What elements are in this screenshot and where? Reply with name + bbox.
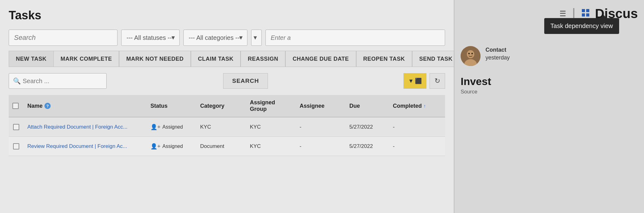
status-select-wrapper: --- All statuses --- ▼ [121,30,180,46]
row2-status-badge: 👤+ Assigned [150,143,193,150]
table-search-input[interactable] [9,73,107,89]
reopen-task-button[interactable]: REOPEN TASK [356,51,412,67]
invest-title: Invest [461,75,638,88]
table-row: Attach Required Document | Foreign Acc..… [9,117,445,137]
table-row: Review Required Document | Foreign Ac...… [9,137,445,156]
row1-status-badge: 👤+ Assigned [150,124,193,130]
th-completed-label: Completed [393,103,422,109]
search-icon: 🔍 [13,77,21,85]
filter-button[interactable]: ▼ ⬛ [403,73,426,89]
row1-name: Attach Required Document | Foreign Acc..… [24,124,147,130]
search-input[interactable] [9,30,117,46]
send-task-button[interactable]: SEND TASK [412,51,460,67]
row2-name: Review Required Document | Foreign Ac... [24,143,147,149]
grid-view-icon[interactable] [581,8,590,19]
contact-info: Contact yesterday [485,46,510,62]
status-select[interactable]: --- All statuses --- [121,30,180,46]
mark-not-needed-button[interactable]: MARK NOT NEEDED [119,51,191,67]
row1-completed: - [389,124,445,130]
row2-due: 5/27/2022 [346,143,389,149]
row1-assignee: - [296,124,346,130]
category-select-wrapper: --- All categories --- ▼ [183,30,247,46]
th-assigned-group: AssignedGroup [246,99,296,112]
header-divider [573,8,574,19]
row1-status-text: Assigned [163,124,183,130]
row1-assigned-group: KYC [246,124,296,130]
svg-point-5 [467,50,474,58]
svg-rect-2 [582,13,585,17]
table-search-wrapper: 🔍 [9,73,220,89]
category-select[interactable]: --- All categories --- [183,30,247,46]
th-assignee: Assignee [296,99,346,112]
avatar [461,46,481,66]
row2-assigned-group: KYC [246,143,296,149]
list-view-icon[interactable]: ☰ [559,9,566,18]
invest-sub: Source [461,89,638,95]
refresh-button[interactable]: ↻ [430,73,445,89]
invest-section: Invest Source [461,75,638,95]
th-status: Status [147,99,196,112]
page-title: Tasks [9,9,445,22]
mark-complete-button[interactable]: MARK COMPLETE [53,51,119,67]
row2-assigned-status-icon: 👤+ [150,143,161,150]
row2-completed: - [389,143,445,149]
row1-checkbox[interactable] [13,124,19,130]
right-panel: ☰ Discus Task dependency view [454,0,644,213]
contact-label: Contact [485,46,510,54]
row2-status-text: Assigned [163,144,183,149]
contact-row: Contact yesterday [461,46,638,66]
svg-point-7 [468,53,470,54]
row1-checkbox-cell [9,124,24,130]
refresh-icon: ↻ [435,77,440,85]
main-panel: Tasks --- All statuses --- ▼ --- All cat… [0,0,454,213]
row2-checkbox[interactable] [13,143,19,149]
date-select-wrapper: ▼ [251,30,262,46]
tasks-table: Name ? Status Category AssignedGroup Ass… [9,95,445,156]
contact-time: yesterday [485,54,510,62]
table-header: Name ? Status Category AssignedGroup Ass… [9,95,445,117]
th-name: Name ? [24,99,147,112]
claim-task-button[interactable]: CLAIM TASK [191,51,241,67]
name-help-icon[interactable]: ? [44,103,51,109]
table-search-row: 🔍 SEARCH ▼ ⬛ ↻ [9,73,445,89]
row1-name-link[interactable]: Attach Required Document | Foreign Acc..… [27,124,127,130]
row1-status: 👤+ Assigned [147,124,196,130]
row2-assignee: - [296,143,346,149]
filter-funnel-icon: ⬛ [415,78,422,84]
svg-rect-0 [582,9,585,12]
row2-checkbox-cell [9,143,24,149]
filter-row: --- All statuses --- ▼ --- All categorie… [9,30,445,46]
filter-icon: ▼ [408,78,414,84]
svg-rect-1 [586,9,589,12]
th-name-label: Name [27,103,43,109]
row2-status: 👤+ Assigned [147,143,196,150]
svg-point-8 [472,53,473,54]
th-due: Due [346,99,389,112]
row2-name-link[interactable]: Review Required Document | Foreign Ac... [27,143,127,149]
enter-input[interactable] [265,30,445,46]
new-task-button[interactable]: NEW TASK [9,51,53,67]
search-button[interactable]: SEARCH [223,73,268,89]
th-assigned-group-label: AssignedGroup [250,99,275,112]
tooltip-task-dependency: Task dependency view [544,18,619,34]
row2-category: Document [196,143,246,149]
svg-rect-3 [586,13,589,17]
completed-sort-icon[interactable]: ↑ [424,103,426,108]
select-all-checkbox[interactable] [12,103,19,109]
th-completed: Completed ↑ [389,99,445,112]
reassign-button[interactable]: REASSIGN [241,51,285,67]
date-select[interactable] [251,30,262,46]
change-due-date-button[interactable]: CHANGE DUE DATE [285,51,356,67]
th-category: Category [196,99,246,112]
row1-due: 5/27/2022 [346,124,389,130]
toolbar-row: NEW TASK MARK COMPLETE MARK NOT NEEDED C… [9,51,445,67]
th-checkbox [9,99,24,112]
row1-category: KYC [196,124,246,130]
assigned-status-icon: 👤+ [150,124,161,130]
